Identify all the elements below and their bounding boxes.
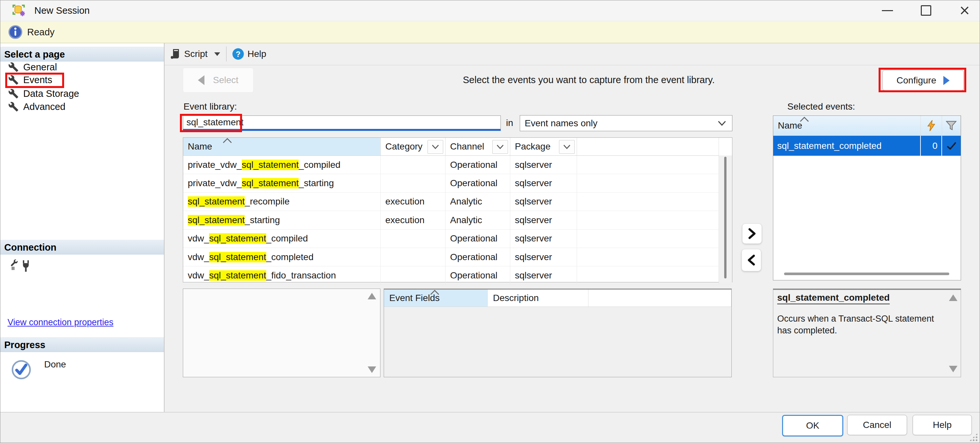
event-library-header: Name Category Channel Package: [183, 138, 732, 156]
column-header-name[interactable]: Name: [183, 138, 381, 155]
highlighted-term: sql_statement: [188, 215, 245, 225]
event-library-search-input[interactable]: sql_statement: [183, 115, 501, 131]
event-description-empty-panel: [183, 288, 380, 377]
table-row[interactable]: vdw_sql_statement_compiledOperationalsql…: [183, 229, 732, 248]
chevron-right-icon: [748, 228, 756, 239]
help-icon: ?: [232, 48, 244, 60]
highlighted-term: sql_statement: [209, 270, 266, 281]
chevron-down-icon: [563, 145, 571, 149]
selected-event-row[interactable]: sql_statement_completed0: [773, 136, 961, 156]
configure-button[interactable]: Configure: [883, 70, 964, 91]
sidebar-item-label: Data Storage: [23, 88, 79, 99]
scrollbar-thumb[interactable]: [724, 157, 727, 279]
remove-event-button[interactable]: [741, 249, 761, 271]
sidebar-item-data-storage[interactable]: Data Storage: [8, 87, 79, 100]
new-session-dialog: New Session Ready Select a page General …: [0, 0, 980, 443]
script-icon: [169, 48, 181, 60]
new-session-app-icon: [12, 4, 25, 18]
event-library-body: private_vdw_sql_statement_compiledOperat…: [183, 156, 732, 285]
package-filter-button[interactable]: [559, 140, 575, 154]
add-event-button[interactable]: [742, 223, 762, 244]
column-header-actions[interactable]: [921, 116, 942, 135]
help-toolbar-button[interactable]: ? Help: [232, 48, 267, 60]
sidebar-item-advanced[interactable]: Advanced: [8, 100, 65, 113]
minimize-icon: [882, 10, 893, 11]
close-button[interactable]: [950, 0, 980, 21]
wrench-icon: [8, 62, 19, 72]
check-icon: [947, 142, 956, 150]
script-dropdown-icon: [214, 53, 220, 56]
filter-funnel-icon: [946, 120, 957, 131]
selected-events-header: Name: [773, 116, 961, 136]
events-instruction: Select the events you want to capture fr…: [463, 75, 715, 85]
maximize-button[interactable]: [911, 0, 941, 21]
column-header-channel[interactable]: Channel: [445, 138, 510, 155]
highlighted-term: sql_statement: [242, 160, 299, 170]
sidebar-item-label: Advanced: [23, 101, 65, 112]
sidebar-item-general[interactable]: General: [8, 61, 57, 73]
search-scope-select[interactable]: Event names only: [520, 115, 732, 131]
chevron-down-icon: [718, 121, 726, 126]
toolbar: Script ? Help: [164, 43, 980, 65]
event-fields-table: Event Fields Description: [384, 288, 732, 377]
view-connection-properties-link[interactable]: View connection properties: [8, 317, 113, 328]
table-row[interactable]: vdw_sql_statement_fido_transactionOperat…: [183, 266, 732, 285]
select-back-button[interactable]: Select: [183, 68, 253, 92]
connection-header: Connection: [0, 240, 164, 255]
progress-status: Done: [44, 359, 66, 370]
sort-ascending-icon: [430, 290, 440, 295]
column-header-package[interactable]: Package: [510, 138, 577, 155]
column-header-name[interactable]: Name: [773, 116, 921, 135]
lightning-icon: [926, 120, 936, 132]
table-row[interactable]: private_vdw_sql_statement_compiledOperat…: [183, 156, 732, 174]
scroll-up-icon[interactable]: [949, 295, 958, 301]
close-icon: [959, 5, 970, 16]
progress-header: Progress: [0, 337, 164, 352]
minimize-button[interactable]: [872, 0, 902, 21]
column-header-filters[interactable]: [942, 116, 961, 135]
sort-ascending-icon: [223, 138, 232, 143]
back-arrow-icon: [198, 75, 204, 85]
channel-filter-button[interactable]: [492, 140, 508, 154]
status-text: Ready: [27, 27, 55, 38]
sort-ascending-icon: [799, 117, 809, 122]
table-row[interactable]: sql_statement_recompileexecutionAnalytic…: [183, 193, 732, 211]
svg-text:?: ?: [235, 50, 240, 59]
script-button[interactable]: Script: [169, 48, 220, 60]
event-fields-header: Event Fields Description: [384, 290, 732, 307]
selected-events-hscrollbar[interactable]: [784, 272, 949, 275]
column-header-filler: [577, 138, 719, 155]
help-button[interactable]: Help: [913, 415, 972, 435]
selected-events-label: Selected events:: [788, 101, 855, 112]
event-library-scrollbar[interactable]: [719, 155, 732, 282]
column-header-category[interactable]: Category: [381, 138, 445, 155]
title-bar: New Session: [0, 0, 980, 21]
toolbar-separator: [226, 46, 227, 62]
category-filter-button[interactable]: [428, 140, 443, 154]
table-row[interactable]: private_vdw_sql_statement_startingOperat…: [183, 174, 732, 192]
highlighted-term: sql_statement: [242, 178, 299, 188]
column-header-description[interactable]: Description: [488, 290, 589, 307]
chevron-left-icon: [747, 255, 756, 266]
highlighted-term: sql_statement: [188, 196, 245, 207]
scroll-up-icon[interactable]: [368, 293, 376, 300]
search-value: sql_statement: [186, 117, 243, 127]
search-scope-value: Event names only: [525, 118, 598, 129]
wrench-icon: [8, 88, 19, 99]
sidebar: Select a page General Events Data Storag…: [0, 43, 164, 412]
scroll-down-icon[interactable]: [949, 366, 958, 372]
wrench-icon: [8, 101, 19, 112]
forward-arrow-icon: [943, 76, 950, 85]
chevron-down-icon: [432, 145, 439, 149]
window-title: New Session: [34, 5, 90, 16]
sidebar-item-events[interactable]: Events: [8, 73, 52, 86]
chevron-down-icon: [496, 145, 504, 149]
scroll-down-icon[interactable]: [368, 367, 376, 373]
info-icon: [8, 25, 22, 39]
table-row[interactable]: sql_statement_startingexecutionAnalytics…: [183, 211, 732, 229]
cancel-button[interactable]: Cancel: [847, 415, 907, 435]
column-header-event-fields[interactable]: Event Fields: [384, 290, 488, 307]
selected-events-table: Name sql_statement_completed0: [773, 115, 961, 280]
table-row[interactable]: vdw_sql_statement_completedOperationalsq…: [183, 248, 732, 266]
ok-button[interactable]: OK: [782, 415, 843, 437]
